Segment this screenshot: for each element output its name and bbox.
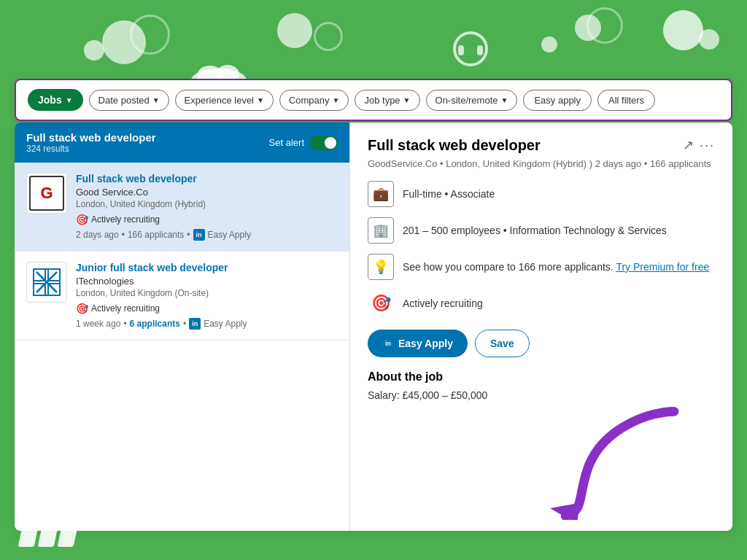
all-filters-button[interactable]: All filters [597,90,655,111]
recruiting-green-icon: 🎯 [368,290,394,316]
save-button[interactable]: Save [475,330,530,357]
linkedin-icon: in [193,229,205,241]
set-alert-area: Set alert [269,136,338,150]
easy-apply-btn-label: Easy Apply [398,338,453,349]
jobs-label: Jobs [38,94,62,106]
search-term: Full stack web developer [26,131,156,144]
set-alert-toggle[interactable] [310,136,338,150]
right-panel: Full stack web developer ↗ ··· GoodServi… [350,122,732,531]
on-site-remote-label: On-site/remote [436,95,498,106]
company-label: Company [289,95,330,106]
all-filters-label: All filters [608,95,644,106]
separator2: • [187,230,190,240]
experience-level-label: Experience level [185,95,254,106]
right-header: Full stack web developer ↗ ··· [368,137,715,154]
experience-level-filter[interactable]: Experience level ▼ [175,90,274,111]
about-job-title: About the job [368,370,715,384]
experience-arrow-icon: ▼ [257,96,264,104]
company-size: 201 – 500 employees • Information Techno… [403,225,667,236]
company-size-row: 🏢 201 – 500 employees • Information Tech… [368,217,715,244]
separator3: • [123,319,126,329]
salary: Salary: £45,000 – £50,000 [368,389,715,401]
table-row[interactable]: Junior full stack web developer ITechnol… [15,252,349,341]
applicants-count-2[interactable]: 6 applicants [130,319,180,329]
job-location: London, United Kingdom (Hybrid) [76,199,338,209]
left-panel: Full stack web developer 324 results Set… [15,122,350,531]
job-meta: 2 days ago • 166 applicants • in Easy Ap… [76,229,338,241]
job-type-label: Job type [364,95,400,106]
job-type-filter[interactable]: Job type ▼ [355,90,419,111]
easy-apply-filter[interactable]: Easy apply [523,90,592,111]
linkedin-easy-apply-icon: in [382,338,394,349]
right-actions: ↗ ··· [683,137,715,153]
separator4: • [183,319,186,329]
building-icon: 🏢 [368,217,394,244]
svg-rect-4 [458,45,464,55]
date-posted-arrow-icon: ▼ [152,96,160,104]
premium-row: 💡 See how you compare to 166 more applic… [368,254,715,280]
job-age: 2 days ago [76,230,119,240]
company-arrow-icon: ▼ [333,96,340,104]
applicants-count: 166 applicants [128,230,184,240]
separator: • [122,230,125,240]
linkedin-icon-2: in [189,318,201,330]
lightbulb-icon: 💡 [368,254,394,280]
jobs-button[interactable]: Jobs ▼ [28,89,83,111]
recruiting-detail-text: Actively recruiting [403,298,483,309]
jobs-arrow-icon: ▼ [66,96,73,104]
easy-apply-text-2: Easy Apply [204,319,247,329]
job-recruiting-2: 🎯 Actively recruiting [76,303,338,314]
company-logo-2 [26,262,67,303]
on-site-remote-filter[interactable]: On-site/remote ▼ [426,90,518,111]
more-options-button[interactable]: ··· [700,138,715,153]
recruiting-icon: 🎯 [76,214,88,225]
right-meta: GoodService.Co • London, United Kingdom … [368,158,715,169]
job-meta-2: 1 week ago • 6 applicants • in Easy Appl… [76,318,338,330]
job-company-2: ITechnologies [76,276,338,287]
briefcase-icon: 💼 [368,181,394,207]
action-buttons: in Easy Apply Save [368,330,715,357]
job-list: G Full stack web developer Good Service.… [15,163,349,531]
job-title-link-2[interactable]: Junior full stack web developer [76,262,338,273]
date-posted-filter[interactable]: Date posted ▼ [89,90,169,111]
logo-g-icon: G [29,176,64,211]
share-button[interactable]: ↗ [683,137,694,153]
logo-t-icon [29,265,64,300]
recruiting-text: Actively recruiting [91,214,160,225]
job-location-2: London, United Kingdom (On-site) [76,288,338,298]
job-company: Good Service.Co [76,187,338,198]
job-age-2: 1 week ago [76,319,120,329]
recruiting-text-2: Actively recruiting [91,303,160,314]
premium-link[interactable]: Try Premium for free [616,261,709,273]
job-type-arrow-icon: ▼ [403,96,411,104]
table-row[interactable]: G Full stack web developer Good Service.… [15,163,349,252]
employment-type: Full-time • Associate [403,188,495,200]
date-posted-label: Date posted [98,95,150,106]
filter-bar: Jobs ▼ Date posted ▼ Experience level ▼ … [15,79,732,121]
job-recruiting: 🎯 Actively recruiting [76,214,338,225]
easy-apply-text: Easy Apply [208,230,251,240]
employment-type-row: 💼 Full-time • Associate [368,181,715,207]
company-logo: G [26,173,67,214]
on-site-arrow-icon: ▼ [501,96,508,104]
results-count: 324 results [26,144,156,154]
easy-apply-label: Easy apply [534,95,581,106]
job-title-link[interactable]: Full stack web developer [76,173,338,184]
job-info-2: Junior full stack web developer ITechnol… [76,262,338,330]
content-area: Full stack web developer 324 results Set… [15,122,732,531]
company-filter[interactable]: Company ▼ [279,90,349,111]
premium-text: See how you compare to 166 more applican… [403,261,709,273]
easy-apply-button[interactable]: in Easy Apply [368,330,468,357]
svg-rect-5 [477,45,483,55]
set-alert-label: Set alert [269,137,304,148]
recruiting-row: 🎯 Actively recruiting [368,290,715,316]
job-info: Full stack web developer Good Service.Co… [76,173,338,241]
recruiting-icon-2: 🎯 [76,303,88,314]
bottom-logo [20,524,76,547]
right-job-title: Full stack web developer [368,137,541,154]
left-header: Full stack web developer 324 results Set… [15,122,349,163]
